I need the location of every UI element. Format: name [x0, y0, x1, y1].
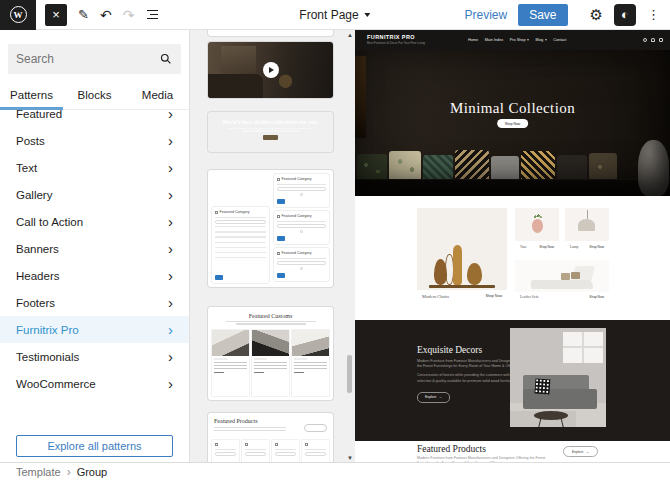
style-book-icon[interactable]: ◐ — [614, 4, 636, 26]
redo-icon[interactable]: ↷ — [123, 0, 135, 30]
placeholder-line — [236, 323, 306, 324]
pattern-thumb-video-hero[interactable] — [208, 42, 333, 98]
search-input[interactable] — [8, 52, 160, 66]
shop-now-link[interactable]: Shop Now — [589, 245, 604, 249]
scroll-up-icon[interactable]: ▲ — [347, 32, 353, 38]
sidebar-item-text[interactable]: Text › — [0, 154, 189, 181]
blog-card — [212, 330, 249, 396]
nav-item-home[interactable]: Home — [468, 38, 478, 42]
chevron-right-icon: › — [168, 241, 173, 256]
pillow — [561, 273, 570, 280]
button-label: Explore — [425, 395, 437, 399]
scroll-down-icon[interactable]: ▼ — [347, 455, 353, 461]
explore-all-patterns-button[interactable]: Explore all patterns — [16, 435, 173, 457]
shop-now-link[interactable]: Shop Now — [485, 294, 502, 298]
pill-button-placeholder — [304, 424, 327, 432]
search-box[interactable] — [8, 44, 181, 74]
account-icon[interactable] — [651, 38, 655, 42]
scrollbar-thumb[interactable] — [347, 355, 352, 393]
pattern-previews-panel: World's best clothes collections for you… — [190, 30, 355, 462]
editor-canvas[interactable]: FURNITRIX PRO Best Furniture & Decor For… — [355, 30, 670, 462]
undo-icon[interactable]: ↶ — [100, 0, 112, 30]
chevron-right-icon: › — [168, 160, 173, 175]
featured-explore-button[interactable]: Explore → — [563, 446, 598, 457]
chevron-down-icon — [545, 39, 547, 41]
widget-button-placeholder — [277, 236, 285, 241]
sidebar-item-featured[interactable]: Featured › — [0, 100, 189, 127]
category-label: Call to Action — [16, 216, 83, 228]
sidebar-item-posts[interactable]: Posts › — [0, 127, 189, 154]
product-grid-block[interactable]: Modern Chairs Shop Now Vase Shop Now Lam… — [355, 196, 670, 320]
hero-shop-now-button[interactable]: Shop Now — [497, 119, 529, 128]
pattern-thumb-featured-products[interactable]: Featured Products — [208, 413, 333, 462]
widget-input-placeholder — [277, 224, 326, 229]
breadcrumb-template[interactable]: Template — [16, 466, 61, 478]
wordpress-logo-button[interactable]: W — [0, 0, 36, 30]
nav-item-pro-shop[interactable]: Pro Shop — [510, 38, 529, 42]
placeholder-line — [215, 217, 266, 218]
chevron-right-icon: › — [168, 133, 173, 148]
shop-now-link[interactable]: Shop Now — [539, 245, 554, 249]
settings-gear-icon[interactable]: ⚙ — [590, 0, 603, 30]
document-title-button[interactable]: Front Page — [299, 8, 370, 22]
grid-icon — [277, 252, 280, 255]
decors-explore-button[interactable]: Explore → — [417, 392, 450, 403]
shop-now-link[interactable]: Shop Now — [589, 295, 604, 299]
blog-grid-title: Featured Customs — [208, 313, 333, 319]
category-label: Featured — [16, 108, 62, 120]
nav-label: Blog — [536, 38, 544, 42]
nav-item-main-index[interactable]: Main Index — [485, 38, 504, 42]
pattern-thumb-partial[interactable] — [208, 30, 333, 36]
sidebar-item-call-to-action[interactable]: Call to Action › — [0, 208, 189, 235]
pattern-thumb-category-widgets[interactable]: Featured Category Featured Category Feat… — [208, 170, 333, 287]
search-icon[interactable] — [643, 38, 647, 42]
patterns-sidebar: Patterns Blocks Media Featured › Posts ›… — [0, 30, 190, 462]
product-card-vase[interactable]: Vase Shop Now — [515, 208, 559, 252]
preview-button[interactable]: Preview — [465, 8, 508, 22]
widget-button-placeholder — [277, 273, 285, 278]
sidebar-item-banners[interactable]: Banners › — [0, 235, 189, 262]
pillow — [589, 153, 617, 181]
hero-couch — [355, 179, 670, 196]
save-button[interactable]: Save — [518, 4, 567, 26]
sidebar-item-testimonials[interactable]: Testimonials › — [0, 343, 189, 370]
vase-shape — [532, 219, 543, 233]
product-card-leather-sofa[interactable]: Leather Sofa Shop Now — [515, 260, 609, 302]
cart-icon[interactable] — [659, 38, 663, 42]
nav-label: Pro Shop — [510, 38, 526, 42]
hero-block[interactable]: Minimal Collection Shop Now — [355, 50, 670, 196]
close-editor-button[interactable]: × — [45, 4, 67, 26]
options-menu-icon[interactable]: ⋮ — [647, 0, 660, 30]
grid-icon — [305, 443, 308, 446]
pattern-thumb-banner[interactable]: World's best clothes collections for you… — [208, 112, 333, 152]
document-overview-icon[interactable] — [147, 7, 159, 21]
widget-input-placeholder — [305, 452, 326, 457]
placeholder-line — [305, 449, 326, 450]
header-icons — [643, 30, 663, 50]
nav-item-contact[interactable]: Contact — [553, 38, 566, 42]
sidebar-item-footers[interactable]: Footers › — [0, 289, 189, 316]
chevron-right-icon: › — [168, 214, 173, 229]
featured-title: Featured Products — [417, 444, 486, 454]
sidebar-item-gallery[interactable]: Gallery › — [0, 181, 189, 208]
product-card-modern-chairs[interactable]: Modern Chairs Shop Now — [417, 208, 507, 302]
widget-title: Featured Category — [282, 251, 312, 255]
category-label: Gallery — [16, 189, 52, 201]
widget-input-placeholder — [215, 220, 266, 225]
search-icon — [160, 53, 172, 65]
hero-pillows — [355, 143, 640, 181]
edit-mode-icon[interactable]: ✎ — [78, 0, 89, 30]
placeholder-lines — [214, 362, 247, 371]
sidebar-item-woocommerce[interactable]: WooCommerce › — [0, 370, 189, 397]
sidebar-item-furnitrix-pro[interactable]: Furnitrix Pro › — [0, 316, 189, 343]
sidebar-item-headers[interactable]: Headers › — [0, 262, 189, 289]
widget-input-placeholder — [277, 187, 326, 192]
nav-item-blog[interactable]: Blog — [536, 38, 547, 42]
breadcrumb-group[interactable]: Group — [77, 466, 108, 478]
featured-products-block[interactable]: Featured Products Modern Furniture from … — [355, 441, 670, 462]
pattern-thumb-blog-grid[interactable]: Featured Customs — [208, 307, 333, 400]
pillow — [521, 151, 555, 181]
site-header-block[interactable]: FURNITRIX PRO Best Furniture & Decor For… — [355, 30, 670, 50]
product-card-lamp[interactable]: Lamp Shop Now — [565, 208, 609, 252]
exquisite-decors-block[interactable]: Exquisite Decors Modern Furniture from F… — [355, 320, 670, 441]
